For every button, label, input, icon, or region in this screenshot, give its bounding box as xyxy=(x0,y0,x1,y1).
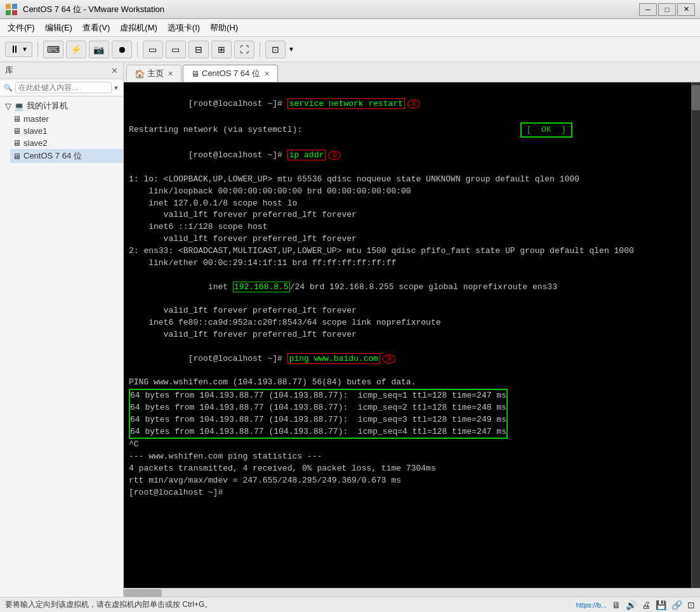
svg-rect-3 xyxy=(12,10,17,15)
ip-output-2: link/loopback 00:00:00:00:00:00 brd 00:0… xyxy=(129,186,686,198)
status-icon-5: 🔗 xyxy=(671,600,682,610)
terminal-ping-line: [root@localhost ~]# ping www.baidu.com③ xyxy=(129,341,686,377)
tab-vm[interactable]: 🖥 CentOS 7 64 位 ✕ xyxy=(183,65,278,82)
prompt-2: [root@localhost ~]# xyxy=(188,150,287,160)
main-area: 库 ✕ 🔍 ▼ ▽ 💻 我的计算机 🖥 master 🖥 slave1 xyxy=(0,62,700,597)
toolbar-dropdown[interactable]: ▼ xyxy=(288,46,294,53)
menu-vm[interactable]: 虚拟机(M) xyxy=(115,21,162,35)
menu-file[interactable]: 文件(F) xyxy=(3,21,40,35)
toolbar-separator-2 xyxy=(137,42,138,57)
inet-suffix: /24 brd 192.168.8.255 scope global nopre… xyxy=(290,282,557,292)
h-scrollbar[interactable] xyxy=(124,588,700,597)
pause-button[interactable]: ⏸ ▼ xyxy=(5,42,32,57)
ip-output-1: 1: lo: <LOOPBACK,UP,LOWER_UP> mtu 65536 … xyxy=(129,174,686,186)
restarting-text: Restarting network (via systemctl): xyxy=(129,124,515,136)
ip-output-3: inet 127.0.0.1/8 scope host lo xyxy=(129,198,686,210)
status-icon-2: 🔊 xyxy=(626,600,637,610)
status-icon-4: 💾 xyxy=(656,600,666,610)
view-button-3[interactable]: ⊟ xyxy=(188,41,209,58)
sidebar-close-icon[interactable]: ✕ xyxy=(111,66,118,75)
menu-help[interactable]: 帮助(H) xyxy=(205,21,243,35)
ip-output-12: inet6 fe80::ca9d:952a:c20f:8543/64 scope… xyxy=(129,317,686,329)
toolbar: ⏸ ▼ ⌨ ⚡ 📷 ⏺ ▭ ▭ ⊟ ⊞ ⛶ ⊡ ▼ xyxy=(0,37,700,62)
stats-line-0: --- www.wshifen.com ping statistics --- xyxy=(129,451,686,463)
slave1-label: slave1 xyxy=(23,126,48,136)
extra-button[interactable]: ⊡ xyxy=(265,41,286,58)
ip-output-13: valid_lft forever preferred_lft forever xyxy=(129,329,686,341)
tab-vm-close[interactable]: ✕ xyxy=(264,70,270,78)
ip-output-5: inet6 ::1/128 scope host xyxy=(129,221,686,233)
toolbar-separator-1 xyxy=(37,42,38,57)
tab-home-close[interactable]: ✕ xyxy=(168,70,173,78)
minimize-button[interactable]: ─ xyxy=(639,3,657,16)
menu-edit[interactable]: 编辑(E) xyxy=(40,21,77,35)
sidebar-item-centos[interactable]: 🖥 CentOS 7 64 位 xyxy=(10,149,123,163)
extra-icon: ⊡ xyxy=(272,44,279,55)
view-button-4[interactable]: ⊞ xyxy=(211,41,232,58)
menu-view[interactable]: 查看(V) xyxy=(77,21,115,35)
home-icon: 🏠 xyxy=(135,69,145,79)
slave2-label: slave2 xyxy=(23,138,48,148)
tab-home-label: 主页 xyxy=(147,68,164,79)
ping-results-box: 64 bytes from 104.193.88.77 (104.193.88.… xyxy=(129,389,508,439)
terminal-area[interactable]: [root@localhost ~]# service network rest… xyxy=(124,82,700,597)
terminal-content[interactable]: [root@localhost ~]# service network rest… xyxy=(124,82,691,588)
content-area: 🏠 主页 ✕ 🖥 CentOS 7 64 位 ✕ [root@localhost… xyxy=(124,62,700,597)
ip-output-4: valid_lft forever preferred_lft forever xyxy=(129,209,686,221)
h-scrollbar-thumb[interactable] xyxy=(124,589,162,597)
view-icon-1: ▭ xyxy=(149,44,157,55)
final-prompt-line: [root@localhost ~]# xyxy=(129,487,686,499)
menu-tabs[interactable]: 选项卡(I) xyxy=(162,21,205,35)
sidebar-search-bar: 🔍 ▼ xyxy=(0,79,123,96)
maximize-button[interactable]: □ xyxy=(658,3,676,16)
prompt-ping: [root@localhost ~]# xyxy=(188,354,287,363)
ping-output-2: 64 bytes from 104.193.88.77 (104.193.88.… xyxy=(130,402,506,414)
my-computer-label: 我的计算机 xyxy=(27,100,68,112)
sidebar-item-slave2[interactable]: 🖥 slave2 xyxy=(10,137,123,149)
fullscreen-button[interactable]: ⛶ xyxy=(234,41,254,58)
terminal-scrollbar[interactable] xyxy=(691,82,700,588)
status-bar: 要将输入定向到该虚拟机，请在虚拟机内部单击或按 Ctrl+G。 https://… xyxy=(0,597,700,612)
svg-rect-2 xyxy=(6,10,11,15)
expand-icon: ▽ xyxy=(5,101,11,111)
sidebar-item-my-computer[interactable]: ▽ 💻 我的计算机 xyxy=(0,99,123,113)
status-text: 要将输入定向到该虚拟机，请在虚拟机内部单击或按 Ctrl+G。 xyxy=(5,599,212,610)
terminal-scroll-area: [root@localhost ~]# service network rest… xyxy=(124,82,700,588)
sidebar-item-slave1[interactable]: 🖥 slave1 xyxy=(10,125,123,137)
window-title: CentOS 7 64 位 - VMware Workstation xyxy=(23,4,639,15)
tab-vm-label: CentOS 7 64 位 xyxy=(202,68,260,79)
record-button[interactable]: ⏺ xyxy=(112,41,132,58)
view-icon-2: ▭ xyxy=(171,44,180,55)
sidebar-title: 库 xyxy=(5,65,13,76)
scrollbar-thumb[interactable] xyxy=(692,85,700,110)
vm-icon-master: 🖥 xyxy=(13,114,21,124)
sidebar-header: 库 ✕ xyxy=(0,62,123,79)
sidebar-tree: ▽ 💻 我的计算机 🖥 master 🖥 slave1 🖥 slave2 xyxy=(0,96,123,597)
camera-icon: 📷 xyxy=(93,44,104,55)
view-icon-3: ⊟ xyxy=(195,44,202,55)
master-label: master xyxy=(23,114,49,124)
view-button-1[interactable]: ▭ xyxy=(143,41,163,58)
title-bar: CentOS 7 64 位 - VMware Workstation ─ □ ✕ xyxy=(0,0,700,19)
sidebar-search-input[interactable] xyxy=(15,82,112,93)
search-dropdown-icon[interactable]: ▼ xyxy=(113,84,119,91)
window-controls: ─ □ ✕ xyxy=(639,3,695,16)
h-scrollbar-track[interactable] xyxy=(124,589,700,597)
ip-output-8: link/ether 00:0c:29:14:1f:11 brd ff:ff:f… xyxy=(129,257,686,270)
send-ctrl-alt-del-button[interactable]: ⌨ xyxy=(43,41,63,58)
vm-icon-slave1: 🖥 xyxy=(13,126,21,136)
toolbar-separator-3 xyxy=(260,42,260,57)
tab-home[interactable]: 🏠 主页 ✕ xyxy=(126,65,182,82)
terminal-line-1: [root@localhost ~]# service network rest… xyxy=(129,86,686,122)
view-button-2[interactable]: ▭ xyxy=(166,41,186,58)
stats-line-1: 4 packets transmitted, 4 received, 0% pa… xyxy=(129,463,686,475)
power-button[interactable]: ⚡ xyxy=(66,41,86,58)
pause-icon: ⏸ xyxy=(10,44,20,55)
sidebar-item-master[interactable]: 🖥 master xyxy=(10,113,123,125)
snapshot-button[interactable]: 📷 xyxy=(89,41,109,58)
cmd-ping: ping www.baidu.com xyxy=(287,353,380,364)
close-button[interactable]: ✕ xyxy=(677,3,695,16)
power-icon: ⚡ xyxy=(70,44,81,55)
ping-output-0: PING www.wshifen.com (104.193.88.77) 56(… xyxy=(129,377,686,389)
status-url: https://b... xyxy=(576,601,607,609)
